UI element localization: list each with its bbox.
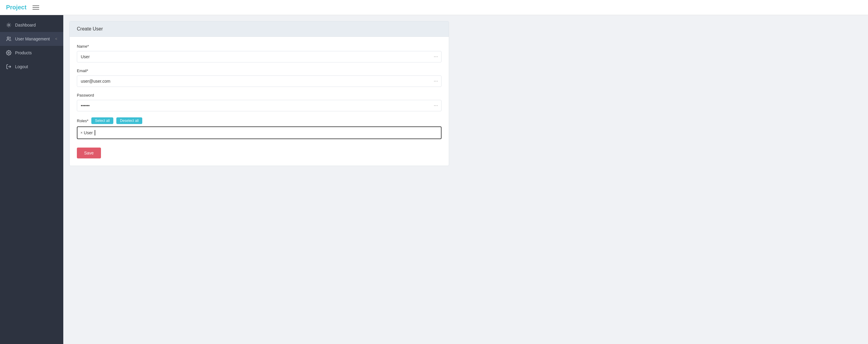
save-button[interactable]: Save xyxy=(77,148,101,159)
form-card-body: Name* ⋯ Email* ⋯ Password xyxy=(70,37,449,166)
name-input-wrapper: ⋯ xyxy=(77,51,441,62)
name-label: Name* xyxy=(77,44,441,49)
role-tag-remove-button[interactable]: × xyxy=(81,131,83,135)
name-input[interactable] xyxy=(77,51,441,62)
sidebar-item-user-management[interactable]: User Management < xyxy=(0,32,63,46)
sidebar-arrow-icon: < xyxy=(55,37,57,41)
deselect-all-button[interactable]: Deselect all xyxy=(116,117,142,124)
users-icon xyxy=(6,36,11,41)
password-input[interactable] xyxy=(77,100,441,111)
roles-cursor xyxy=(95,130,95,136)
email-input[interactable] xyxy=(77,76,441,87)
role-tag-user: × User xyxy=(81,131,93,135)
sidebar-logout-label: Logout xyxy=(15,64,57,69)
name-field-icon[interactable]: ⋯ xyxy=(434,54,438,59)
form-card-header: Create User xyxy=(70,22,449,37)
logout-icon xyxy=(6,64,11,69)
sidebar-item-dashboard[interactable]: Dashboard xyxy=(0,18,63,32)
email-input-wrapper: ⋯ xyxy=(77,76,441,87)
hamburger-button[interactable] xyxy=(33,5,39,10)
main-content: Create User Name* ⋯ Email* ⋯ xyxy=(63,15,868,344)
sidebar-item-products[interactable]: Products xyxy=(0,46,63,60)
name-field-group: Name* ⋯ xyxy=(77,44,441,62)
email-label: Email* xyxy=(77,68,441,73)
create-user-card: Create User Name* ⋯ Email* ⋯ xyxy=(69,21,449,166)
email-field-group: Email* ⋯ xyxy=(77,68,441,87)
top-navigation: Project xyxy=(0,0,868,15)
roles-input-box[interactable]: × User xyxy=(77,126,441,139)
role-tag-label: User xyxy=(84,131,93,135)
main-layout: Dashboard User Management < Pr xyxy=(0,15,868,344)
password-field-icon[interactable]: ⋯ xyxy=(434,103,438,108)
gear-icon xyxy=(6,50,11,56)
sidebar-dashboard-label: Dashboard xyxy=(15,23,57,27)
roles-label-row: Roles* Select all Deselect all xyxy=(77,117,441,124)
svg-point-1 xyxy=(7,37,9,39)
select-all-button[interactable]: Select all xyxy=(91,117,113,124)
sidebar-products-label: Products xyxy=(15,50,57,55)
roles-field-group: Roles* Select all Deselect all × User xyxy=(77,117,441,139)
sidebar-item-logout[interactable]: Logout xyxy=(0,60,63,74)
email-field-icon[interactable]: ⋯ xyxy=(434,79,438,84)
password-label: Password xyxy=(77,93,441,97)
roles-label: Roles* xyxy=(77,119,88,123)
form-title: Create User xyxy=(77,26,103,31)
dashboard-icon xyxy=(6,22,11,28)
app-logo[interactable]: Project xyxy=(6,4,27,11)
svg-point-2 xyxy=(8,52,10,54)
sidebar-user-management-label: User Management xyxy=(15,36,52,41)
password-input-wrapper: ⋯ xyxy=(77,100,441,111)
svg-point-0 xyxy=(8,24,10,26)
sidebar: Dashboard User Management < Pr xyxy=(0,15,63,344)
password-field-group: Password ⋯ xyxy=(77,93,441,111)
